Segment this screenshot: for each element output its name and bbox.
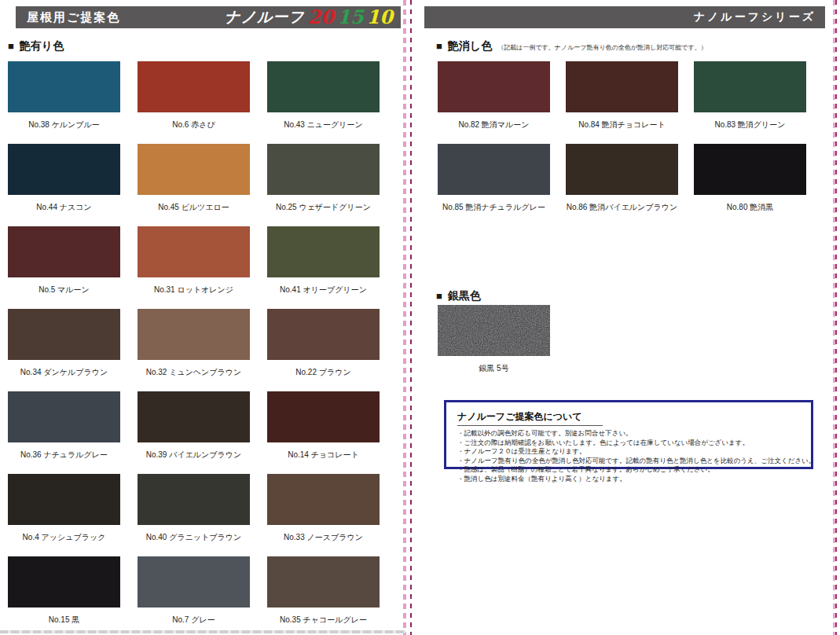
proposal-info-box: ナノルーフご提案色について ・記載以外の調色対応も可能です。別途お問合せ下さい。…	[444, 400, 813, 469]
color-swatch-label: No.40 グラニットブラウン	[138, 532, 250, 543]
color-swatch-cell: No.40 グラニットブラウン	[138, 474, 250, 556]
color-swatch-label: No.31 ロットオレンジ	[138, 284, 250, 295]
matte-swatch-grid: No.82 艶消マルーン No.84 艶消チョコレート No.83 艶消グリーン…	[438, 61, 806, 226]
color-swatch-cell: No.7 グレー	[138, 556, 250, 635]
color-swatch-label: No.38 ケルンブルー	[8, 119, 120, 130]
color-swatch-cell: No.31 ロットオレンジ	[138, 226, 250, 309]
color-swatch-cell: No.6 赤さび	[138, 61, 250, 144]
fold-line-dark	[410, 0, 412, 635]
color-swatch-cell: No.84 艶消チョコレート	[566, 61, 678, 144]
color-swatch-cell: No.41 オリーブグリーン	[267, 226, 380, 309]
color-swatch-cell: No.32 ミュンヘンブラウン	[138, 309, 250, 391]
color-swatch-cell: No.44 ナスコン	[8, 144, 120, 226]
color-swatch	[8, 144, 120, 195]
header-bar-right: ナノルーフシリーズ	[424, 6, 825, 28]
color-swatch-label: No.33 ノースブラウン	[267, 532, 380, 543]
color-swatch-label: No.85 艶消ナチュラルグレー	[438, 202, 550, 213]
color-swatch-label: No.43 ニューグリーン	[267, 119, 380, 130]
color-swatch	[267, 474, 380, 525]
color-swatch-label: No.5 マルーン	[8, 284, 120, 295]
matte-section-title: 艶消し色	[448, 39, 492, 53]
glossy-section-heading: ■ 艶有り色	[8, 39, 64, 53]
color-swatch-cell: No.80 艶消黒	[694, 144, 806, 226]
ginkoku-section-heading: ■ 銀黒色	[436, 289, 481, 303]
color-swatch-label: No.83 艶消グリーン	[694, 119, 806, 130]
color-swatch	[138, 391, 250, 442]
info-note-line: ・ナノルーフ２０は受注生産となります。	[457, 447, 800, 457]
color-swatch	[8, 556, 120, 607]
color-swatch	[8, 61, 120, 112]
color-swatch	[694, 61, 806, 112]
color-swatch	[8, 226, 120, 277]
color-swatch	[267, 556, 380, 607]
info-note-line: ・艶消し色は別途料金（艶有りより高く）となります。	[457, 475, 800, 484]
color-swatch-cell: No.22 ブラウン	[267, 309, 380, 391]
info-note-line: ・記載以外の調色対応も可能です。別途お問合せ下さい。	[457, 429, 800, 439]
color-swatch-cell: No.15 黒	[8, 556, 120, 635]
nanoroof-logo: ナノルーフ 20 15 10	[225, 6, 393, 28]
color-swatch-label: No.15 黒	[8, 615, 120, 626]
color-swatch-label: No.41 オリーブグリーン	[267, 284, 380, 295]
page-title: 屋根用ご提案色	[16, 10, 120, 25]
series-title: ナノルーフシリーズ	[694, 10, 825, 24]
glossy-swatch-grid: No.38 ケルンブルー No.6 赤さび No.43 ニューグリーン No.4…	[8, 61, 380, 635]
logo-number-20: 20	[308, 8, 334, 27]
color-swatch-cell: No.39 バイエルンブラウン	[138, 391, 250, 474]
square-bullet-icon: ■	[436, 290, 442, 302]
color-swatch-label: No.35 チャコールグレー	[267, 615, 380, 626]
color-swatch-cell: No.25 ウェザードグリーン	[267, 144, 380, 226]
info-note-line: ・艶感は、製品（樹脂）の種類ごとで若干異なります。あらかじめご了承ください。	[457, 465, 800, 475]
color-swatch-cell: No.34 ダンケルブラウン	[8, 309, 120, 391]
color-swatch-label: No.25 ウェザードグリーン	[267, 202, 380, 213]
color-swatch	[694, 144, 806, 195]
color-swatch-label: No.22 ブラウン	[267, 367, 380, 378]
color-swatch	[138, 309, 250, 360]
color-swatch-cell: No.35 チャコールグレー	[267, 556, 380, 635]
color-swatch	[138, 226, 250, 277]
color-swatch-cell: No.83 艶消グリーン	[694, 61, 806, 144]
color-swatch	[138, 61, 250, 112]
color-swatch	[267, 144, 380, 195]
color-swatch	[138, 144, 250, 195]
color-swatch-label: No.36 ナチュラルグレー	[8, 450, 120, 461]
matte-section-note: （記載は一例です。ナノルーフ艶有り色の全色が艶消し対応可能です。）	[497, 43, 706, 52]
color-swatch	[8, 391, 120, 442]
ginkoku-textured-swatch	[438, 305, 550, 356]
color-swatch	[566, 61, 678, 112]
square-bullet-icon: ■	[436, 40, 442, 52]
color-swatch-label: No.14 チョコレート	[267, 450, 380, 461]
color-swatch-label: No.44 ナスコン	[8, 202, 120, 213]
color-swatch-cell: No.45 ビルツエロー	[138, 144, 250, 226]
color-swatch-cell: No.5 マルーン	[8, 226, 120, 309]
color-swatch-cell: No.86 艶消バイエルンブラウン	[566, 144, 678, 226]
color-swatch-label: No.4 アッシュブラック	[8, 532, 120, 543]
color-swatch-label: No.45 ビルツエロー	[138, 202, 250, 213]
info-note-line: ・ご注文の際は納期確認をお願いいたします。色によっては在庫していない場合がござい…	[457, 439, 800, 448]
color-swatch-label: No.84 艶消チョコレート	[566, 119, 678, 130]
header-bar-left: 屋根用ご提案色 ナノルーフ 20 15 10	[16, 6, 401, 28]
color-swatch-cell: No.38 ケルンブルー	[8, 61, 120, 144]
color-swatch	[138, 556, 250, 607]
logo-number-10: 10	[367, 8, 393, 27]
logo-number-15: 15	[337, 8, 363, 27]
ginkoku-section-title: 銀黒色	[448, 289, 481, 303]
fold-line-light	[403, 0, 406, 635]
color-swatch	[438, 144, 550, 195]
color-swatch	[267, 61, 380, 112]
color-swatch-label: No.34 ダンケルブラウン	[8, 367, 120, 378]
color-swatch-cell: No.85 艶消ナチュラルグレー	[438, 144, 550, 226]
logo-brand-text: ナノルーフ	[225, 7, 305, 28]
edge-trim-line-dark	[835, 0, 837, 635]
color-swatch-cell: No.14 チョコレート	[267, 391, 380, 474]
color-swatch-label: No.7 グレー	[138, 615, 250, 626]
color-swatch	[566, 144, 678, 195]
granite-texture-image	[438, 305, 550, 356]
info-box-notes-list: ・記載以外の調色対応も可能です。別途お問合せ下さい。 ・ご注文の際は納期確認をお…	[457, 429, 800, 483]
color-swatch	[267, 226, 380, 277]
color-swatch	[138, 474, 250, 525]
color-swatch-label: No.39 バイエルンブラウン	[138, 450, 250, 461]
color-swatch	[267, 391, 380, 442]
square-bullet-icon: ■	[8, 40, 14, 52]
color-swatch-cell: No.82 艶消マルーン	[438, 61, 550, 144]
color-swatch-cell: No.36 ナチュラルグレー	[8, 391, 120, 474]
